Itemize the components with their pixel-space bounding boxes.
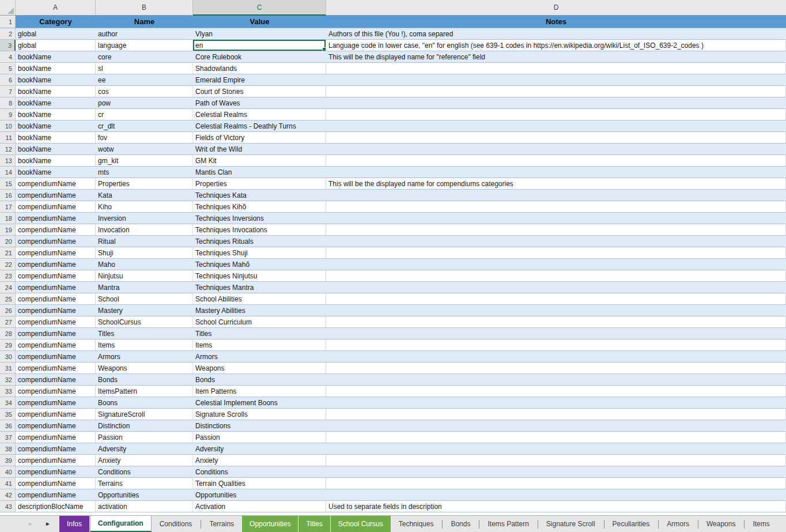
row-header-33[interactable]: 33 [0,386,16,397]
cell-value-r35[interactable]: Signature Scrolls [193,409,326,420]
cell-value-r29[interactable]: Items [193,339,326,350]
cell-value-r9[interactable]: Celestial Realms [193,109,326,120]
cell-notes-r4[interactable]: This will be the displayed name for "ref… [326,51,786,62]
row-header-26[interactable]: 26 [0,305,16,316]
cell-category-r2[interactable]: global [16,28,96,39]
cell-notes-r28[interactable] [326,328,786,339]
cell-notes-r9[interactable] [326,109,786,120]
row-header-42[interactable]: 42 [0,489,16,500]
row-header-6[interactable]: 6 [0,74,16,85]
cell-name-r40[interactable]: Conditions [96,466,193,477]
cell-category-r16[interactable]: compendiumName [16,190,96,201]
cell-name-r20[interactable]: Ritual [96,236,193,247]
cell-category-r7[interactable]: bookName [16,86,96,97]
cell-name-r24[interactable]: Mantra [96,282,193,293]
cell-value-r10[interactable]: Celestial Realms - Deathly Turns [193,120,326,131]
cell-notes-r19[interactable] [326,224,786,235]
cell-category-r25[interactable]: compendiumName [16,293,96,304]
cell-value-r18[interactable]: Techniques Inversions [193,213,326,224]
cell-value-r27[interactable]: School Curriculum [193,316,326,327]
cell-notes-r14[interactable] [326,167,786,178]
cell-notes-r39[interactable] [326,455,786,466]
row-header-17[interactable]: 17 [0,201,16,212]
cell-name-r8[interactable]: pow [96,97,193,108]
cell-value-r15[interactable]: Properties [193,178,326,189]
cell-name-r9[interactable]: cr [96,109,193,120]
cell-value-r30[interactable]: Armors [193,351,326,362]
cell-name-r43[interactable]: activation [96,501,193,512]
cell-name-r5[interactable]: sl [96,63,193,74]
cell-value-r17[interactable]: Techniques Kihõ [193,201,326,212]
cell-name-r21[interactable]: Shuji [96,247,193,258]
cell-category-r37[interactable]: compendiumName [16,432,96,443]
cell-value-r36[interactable]: Distinctions [193,420,326,431]
row-header-21[interactable]: 21 [0,247,16,258]
cell-notes-r35[interactable] [326,409,786,420]
row-header-22[interactable]: 22 [0,259,16,270]
cell-category-r4[interactable]: bookName [16,51,96,62]
cell-notes-r41[interactable] [326,478,786,489]
cell-notes-r24[interactable] [326,282,786,293]
cell-value-r39[interactable]: Anxiety [193,455,326,466]
cell-value-r6[interactable]: Emerald Empire [193,74,326,85]
cell-name-r7[interactable]: cos [96,86,193,97]
sheet-tab-peculiarities[interactable]: Peculiarities [605,516,657,532]
cell-value-r40[interactable]: Conditions [193,466,326,477]
cell-name-r16[interactable]: Kata [96,190,193,201]
cell-name-r6[interactable]: ee [96,74,193,85]
cell-name-r41[interactable]: Terrains [96,478,193,489]
header-category[interactable]: Category [16,16,96,28]
prev-sheet-arrow-icon[interactable]: ◄ [27,521,32,527]
column-header-c[interactable]: C [193,0,326,16]
sheet-tab-signature-scroll[interactable]: Signature Scroll [539,516,603,532]
header-value[interactable]: Value [193,16,326,28]
cell-notes-r13[interactable] [326,155,786,166]
cell-notes-r8[interactable] [326,97,786,108]
cell-name-r18[interactable]: Inversion [96,213,193,224]
cell-notes-r2[interactable]: Authors of this file (You !), coma separ… [326,28,786,39]
cell-notes-r7[interactable] [326,86,786,97]
cell-name-r17[interactable]: Kiho [96,201,193,212]
cell-notes-r15[interactable]: This will be the displayed name for comp… [326,178,786,189]
cell-category-r23[interactable]: compendiumName [16,270,96,281]
cell-category-r11[interactable]: bookName [16,132,96,143]
cell-category-r35[interactable]: compendiumName [16,409,96,420]
cell-name-r38[interactable]: Adversity [96,443,193,454]
cell-name-r28[interactable]: Titles [96,328,193,339]
cell-value-r24[interactable]: Techniques Mantra [193,282,326,293]
cell-notes-r18[interactable] [326,213,786,224]
cell-notes-r25[interactable] [326,293,786,304]
cell-category-r42[interactable]: compendiumName [16,489,96,500]
cell-category-r15[interactable]: compendiumName [16,178,96,189]
cell-category-r40[interactable]: compendiumName [16,466,96,477]
next-sheet-arrow-icon[interactable]: ► [45,521,51,527]
row-header-36[interactable]: 36 [0,420,16,431]
cell-category-r13[interactable]: bookName [16,155,96,166]
row-header-3[interactable]: 3 [0,40,16,51]
cell-notes-r17[interactable] [326,201,786,212]
cell-value-r12[interactable]: Writ of the Wild [193,144,326,154]
cell-name-r23[interactable]: Ninjutsu [96,270,193,281]
cell-category-r19[interactable]: compendiumName [16,224,96,235]
sheet-tab-configuration[interactable]: Configuration [90,515,152,532]
cell-category-r18[interactable]: compendiumName [16,213,96,224]
sheet-tab-titles[interactable]: Titles [298,516,330,532]
cell-category-r14[interactable]: bookName [16,167,96,178]
cell-category-r22[interactable]: compendiumName [16,259,96,270]
sheet-tab-infos[interactable]: Infos [59,516,89,532]
row-header-31[interactable]: 31 [0,363,16,373]
row-header-34[interactable]: 34 [0,397,16,408]
row-header-15[interactable]: 15 [0,178,16,189]
cell-name-r14[interactable]: mts [96,167,193,178]
cell-notes-r37[interactable] [326,432,786,443]
cell-value-r8[interactable]: Path of Waves [193,97,326,108]
cell-value-r7[interactable]: Court of Stones [193,86,326,97]
cell-category-r6[interactable]: bookName [16,74,96,85]
cell-name-r33[interactable]: ItemsPattern [96,386,193,397]
cell-notes-r29[interactable] [326,339,786,350]
cell-category-r21[interactable]: compendiumName [16,247,96,258]
sheet-tab-school-cursus[interactable]: School Cursus [331,516,391,532]
sheet-tab-weapons[interactable]: Weapons [699,516,743,532]
cell-notes-r26[interactable] [326,305,786,316]
row-header-41[interactable]: 41 [0,478,16,489]
